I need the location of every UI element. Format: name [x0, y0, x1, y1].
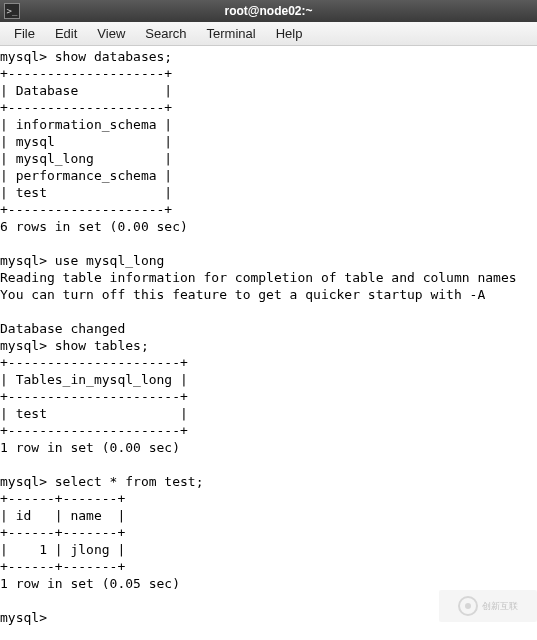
menu-help[interactable]: Help — [266, 24, 313, 43]
watermark-icon — [458, 596, 478, 616]
window-titlebar: >_ root@node02:~ — [0, 0, 537, 22]
menu-terminal[interactable]: Terminal — [197, 24, 266, 43]
terminal-output[interactable]: mysql> show databases; +----------------… — [0, 46, 537, 626]
menu-search[interactable]: Search — [135, 24, 196, 43]
menubar: File Edit View Search Terminal Help — [0, 22, 537, 46]
menu-edit[interactable]: Edit — [45, 24, 87, 43]
watermark-text: 创新互联 — [482, 600, 518, 613]
terminal-icon: >_ — [4, 3, 20, 19]
menu-file[interactable]: File — [4, 24, 45, 43]
watermark-logo: 创新互联 — [439, 590, 537, 622]
menu-view[interactable]: View — [87, 24, 135, 43]
window-title: root@node02:~ — [224, 4, 312, 18]
